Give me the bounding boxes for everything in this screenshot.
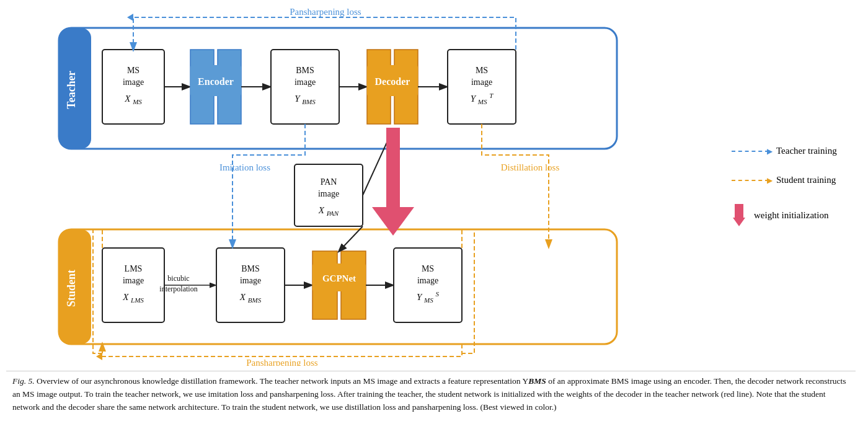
svg-text:Decoder: Decoder <box>375 76 410 87</box>
svg-text:GCPNet: GCPNet <box>322 273 356 283</box>
svg-text:image: image <box>123 276 144 285</box>
svg-text:image: image <box>240 276 261 285</box>
svg-marker-33 <box>127 14 133 21</box>
diagram-main: Teacher MS image X MS Encoder <box>6 6 719 366</box>
svg-rect-36 <box>102 248 164 322</box>
svg-rect-44 <box>216 248 285 322</box>
svg-text:image: image <box>123 77 144 87</box>
svg-marker-66 <box>372 207 414 236</box>
svg-text:PAN: PAN <box>321 177 337 187</box>
diagram-svg: Teacher MS image X MS Encoder <box>6 6 719 366</box>
pansharpening-loss-bottom: Pansharpening loss <box>246 358 318 366</box>
svg-text:image: image <box>294 77 316 87</box>
legend-student-label: Student training <box>776 175 836 185</box>
caption-fig-label: Fig. 5. <box>12 376 35 386</box>
caption-bms-sub: BMS <box>528 376 546 386</box>
svg-rect-19 <box>271 50 339 124</box>
main-container: Teacher MS image X MS Encoder <box>0 0 868 420</box>
distillation-loss-label: Distillation loss <box>501 162 560 172</box>
pansharpening-loss-top: Pansharpening loss <box>290 7 361 17</box>
legend-weight-label: weight initialization <box>754 210 828 221</box>
caption-area: Fig. 5. Overview of our asynchronous kno… <box>6 371 856 414</box>
svg-text:image: image <box>417 276 438 285</box>
legend-teacher-training: ▶ Teacher training <box>732 146 856 156</box>
teacher-label: Teacher <box>65 71 78 108</box>
caption-text: Overview of our asynchronous knowledge d… <box>37 376 528 386</box>
svg-rect-29 <box>448 50 516 124</box>
svg-text:MS: MS <box>476 66 488 75</box>
svg-text:MS: MS <box>127 66 140 75</box>
svg-text:LMS: LMS <box>125 264 143 273</box>
svg-rect-54 <box>394 248 462 322</box>
svg-text:interpolation: interpolation <box>159 285 197 293</box>
svg-text:BMS: BMS <box>241 264 260 273</box>
legend-student-training: ▶ Student training <box>732 175 856 185</box>
svg-text:MS: MS <box>422 264 434 273</box>
svg-rect-65 <box>386 128 400 207</box>
imitation-loss-label: Imitation loss <box>219 162 270 172</box>
diagram-legend: ▶ Teacher training ▶ Student training we… <box>719 6 856 366</box>
svg-text:image: image <box>471 77 492 87</box>
legend-teacher-label: Teacher training <box>776 146 837 156</box>
student-label: Student <box>65 270 78 307</box>
svg-text:bicubic: bicubic <box>167 274 189 283</box>
svg-text:BMS: BMS <box>296 66 314 75</box>
svg-text:image: image <box>318 189 339 198</box>
svg-text:Encoder: Encoder <box>198 76 234 87</box>
svg-rect-9 <box>102 50 164 124</box>
legend-weight-init: weight initialization <box>732 204 856 226</box>
diagram-area: Teacher MS image X MS Encoder <box>6 6 856 366</box>
